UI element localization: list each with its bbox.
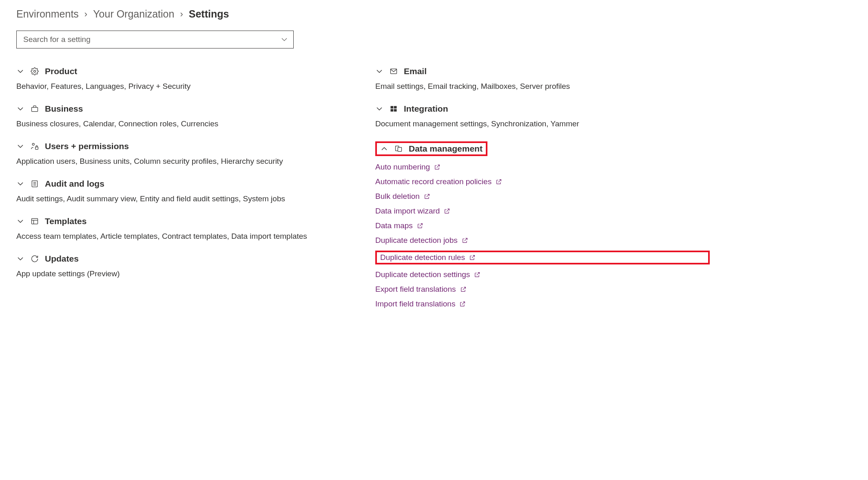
link-duplicate-detection-settings[interactable]: Duplicate detection settings <box>375 270 710 279</box>
svg-rect-11 <box>391 69 397 74</box>
group-title: Updates <box>45 254 79 264</box>
svg-point-2 <box>32 143 34 145</box>
users-lock-icon <box>30 142 39 150</box>
chevron-down-icon <box>16 106 24 112</box>
group-header-product[interactable]: Product <box>16 66 351 76</box>
group-description: Business closures, Calendar, Connection … <box>16 119 351 128</box>
chevron-down-icon <box>16 68 24 75</box>
link-bulk-deletion[interactable]: Bulk deletion <box>375 192 710 201</box>
group-description: Application users, Business units, Colum… <box>16 157 351 166</box>
external-link-icon <box>474 271 480 278</box>
svg-rect-12 <box>391 106 394 108</box>
link-label: Automatic record creation policies <box>375 177 492 186</box>
group-title: Business <box>45 104 83 114</box>
external-link-icon <box>496 178 502 185</box>
external-link-icon <box>417 222 423 229</box>
chevron-down-icon <box>375 68 383 75</box>
link-auto-numbering[interactable]: Auto numbering <box>375 163 710 172</box>
link-label: Data maps <box>375 221 413 230</box>
group-audit-logs: Audit and logs Audit settings, Audit sum… <box>16 179 351 203</box>
group-description: Document management settings, Synchroniz… <box>375 119 710 128</box>
svg-rect-17 <box>398 148 401 152</box>
group-description: Behavior, Features, Languages, Privacy +… <box>16 82 351 91</box>
group-email: Email Email settings, Email tracking, Ma… <box>375 66 710 91</box>
group-title: Templates <box>45 216 86 226</box>
breadcrumb-separator: › <box>180 9 183 20</box>
chevron-up-icon <box>380 145 388 152</box>
external-link-icon <box>434 164 441 170</box>
group-data-management: Data management Auto numbering Automatic… <box>375 141 710 308</box>
group-header-users[interactable]: Users + permissions <box>16 141 351 151</box>
chevron-down-icon[interactable] <box>281 36 288 43</box>
gear-icon <box>30 67 39 75</box>
group-product: Product Behavior, Features, Languages, P… <box>16 66 351 91</box>
external-link-icon <box>462 237 468 244</box>
external-link-icon <box>459 301 466 307</box>
svg-rect-1 <box>32 108 38 112</box>
group-business: Business Business closures, Calendar, Co… <box>16 104 351 128</box>
database-icon <box>394 145 403 153</box>
highlight-duplicate-detection-rules: Duplicate detection rules <box>375 251 710 264</box>
link-duplicate-detection-jobs[interactable]: Duplicate detection jobs <box>375 236 710 245</box>
external-link-icon <box>469 254 476 261</box>
link-label: Import field translations <box>375 299 455 308</box>
group-header-templates[interactable]: Templates <box>16 216 351 226</box>
svg-rect-15 <box>394 109 397 112</box>
external-link-icon <box>460 286 467 293</box>
group-title: Data management <box>409 144 483 154</box>
breadcrumb-organization[interactable]: Your Organization <box>93 8 174 20</box>
svg-rect-8 <box>32 218 38 224</box>
template-icon <box>30 217 39 225</box>
chevron-down-icon <box>16 255 24 262</box>
link-label: Duplicate detection jobs <box>375 236 458 245</box>
data-management-links: Auto numbering Automatic record creation… <box>375 163 710 308</box>
group-description: Access team templates, Article templates… <box>16 232 351 241</box>
group-updates: Updates App update settings (Preview) <box>16 254 351 278</box>
breadcrumb-settings: Settings <box>189 8 229 20</box>
group-header-business[interactable]: Business <box>16 104 351 114</box>
chevron-down-icon <box>16 181 24 187</box>
link-import-field-translations[interactable]: Import field translations <box>375 299 710 308</box>
group-templates: Templates Access team templates, Article… <box>16 216 351 241</box>
group-title: Email <box>404 66 427 76</box>
external-link-icon <box>444 208 450 214</box>
group-title: Users + permissions <box>45 141 129 151</box>
link-duplicate-detection-rules[interactable]: Duplicate detection rules <box>380 253 476 262</box>
link-export-field-translations[interactable]: Export field translations <box>375 285 710 294</box>
breadcrumb-separator: › <box>84 9 87 20</box>
link-label: Export field translations <box>375 285 456 294</box>
svg-rect-14 <box>391 109 394 112</box>
breadcrumb-environments[interactable]: Environments <box>16 8 79 20</box>
group-title: Audit and logs <box>45 179 104 189</box>
group-users-permissions: Users + permissions Application users, B… <box>16 141 351 166</box>
link-auto-record-creation[interactable]: Automatic record creation policies <box>375 177 710 186</box>
group-description: Audit settings, Audit summary view, Enti… <box>16 194 351 203</box>
group-header-email[interactable]: Email <box>375 66 710 76</box>
link-label: Auto numbering <box>375 163 430 172</box>
settings-left-column: Product Behavior, Features, Languages, P… <box>16 66 351 321</box>
search-setting-combobox[interactable] <box>16 31 294 48</box>
chevron-down-icon <box>16 143 24 150</box>
group-header-data-management[interactable]: Data management <box>380 144 483 154</box>
external-link-icon <box>424 193 430 200</box>
link-data-import-wizard[interactable]: Data import wizard <box>375 207 710 216</box>
refresh-icon <box>30 255 39 263</box>
svg-point-0 <box>34 70 36 73</box>
link-label: Data import wizard <box>375 207 440 216</box>
link-label: Duplicate detection rules <box>380 253 465 262</box>
group-title: Integration <box>404 104 448 114</box>
link-label: Duplicate detection settings <box>375 270 470 279</box>
search-input[interactable] <box>22 35 281 44</box>
mail-icon <box>389 67 398 75</box>
group-header-integration[interactable]: Integration <box>375 104 710 114</box>
group-integration: Integration Document management settings… <box>375 104 710 128</box>
link-label: Bulk deletion <box>375 192 420 201</box>
group-header-updates[interactable]: Updates <box>16 254 351 264</box>
svg-rect-3 <box>35 147 38 150</box>
link-data-maps[interactable]: Data maps <box>375 221 710 230</box>
chevron-down-icon <box>375 106 383 112</box>
group-header-audit[interactable]: Audit and logs <box>16 179 351 189</box>
list-icon <box>30 180 39 188</box>
group-title: Product <box>45 66 77 76</box>
svg-rect-13 <box>394 106 397 108</box>
